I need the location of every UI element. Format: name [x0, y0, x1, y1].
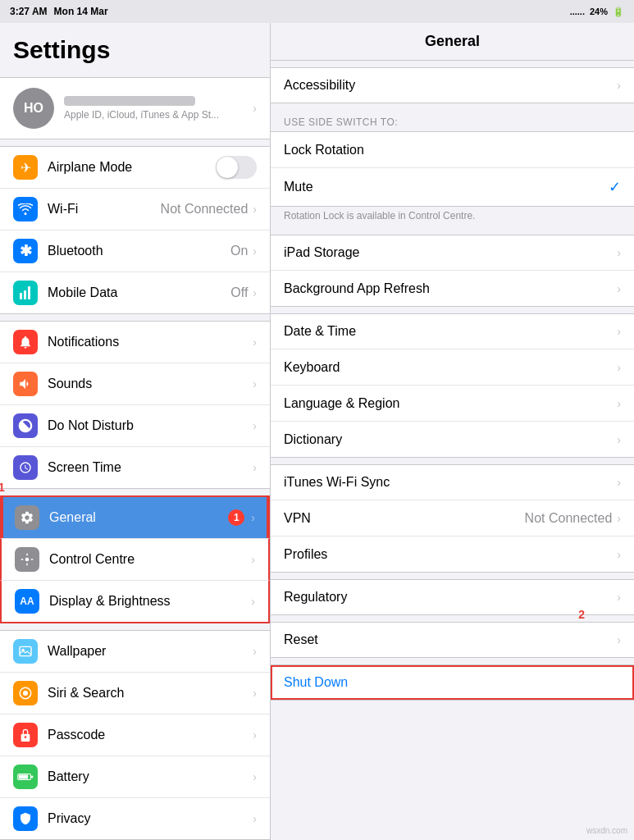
right-title: General: [425, 33, 480, 49]
datetime-chevron: ›: [617, 325, 621, 338]
vpn-chevron: ›: [617, 512, 621, 525]
languageregion-label: Language & Region: [284, 396, 617, 411]
sidebar-item-bluetooth[interactable]: ✱ Bluetooth On ›: [0, 231, 270, 272]
sidebar-item-donotdisturb[interactable]: Do Not Disturb ›: [0, 405, 270, 447]
right-item-ituneswifisync[interactable]: iTunes Wi-Fi Sync ›: [271, 464, 634, 500]
vpn-label: VPN: [284, 511, 525, 526]
sidebar-item-displaybrightness[interactable]: AA Display & Brightness ›: [0, 581, 270, 623]
donotdisturb-icon: [13, 413, 38, 438]
section-shutdown: Shut Down: [271, 664, 634, 701]
sidebar-item-wifi[interactable]: Wi-Fi Not Connected ›: [0, 189, 270, 231]
sidebar-item-notifications[interactable]: Notifications ›: [0, 321, 270, 363]
sidebar-item-controlcentre[interactable]: Control Centre ›: [0, 539, 270, 581]
sidebar-item-wallpaper[interactable]: Wallpaper ›: [0, 630, 270, 673]
right-item-languageregion[interactable]: Language & Region ›: [271, 386, 634, 422]
languageregion-chevron: ›: [617, 397, 621, 410]
svg-rect-0: [20, 293, 22, 299]
sideswitch-header: USE SIDE SWITCH TO:: [271, 110, 634, 131]
svg-rect-6: [21, 559, 24, 560]
section-sideswitch: USE SIDE SWITCH TO: Lock Rotation Mute ✓…: [271, 110, 634, 228]
profile-name-blur: [64, 96, 195, 106]
svg-rect-7: [31, 559, 34, 560]
sidebar-item-sounds[interactable]: Sounds ›: [0, 363, 270, 405]
right-item-ipadstorage[interactable]: iPad Storage ›: [271, 235, 634, 271]
general-badge: 1: [228, 509, 244, 526]
sidebar-item-mobiledata[interactable]: Mobile Data Off ›: [0, 272, 270, 314]
sidebar-item-battery[interactable]: Battery ›: [0, 756, 270, 798]
general-label: General: [49, 510, 228, 525]
lockrotation-label: Lock Rotation: [284, 143, 621, 158]
donotdisturb-chevron: ›: [253, 419, 257, 432]
controlcentre-label: Control Centre: [49, 552, 251, 567]
bluetooth-icon: ✱: [13, 239, 38, 263]
sounds-chevron: ›: [253, 377, 257, 390]
right-item-vpn[interactable]: VPN Not Connected ›: [271, 500, 634, 536]
svg-point-13: [25, 736, 27, 738]
dictionary-label: Dictionary: [284, 432, 617, 447]
group-notifications: Notifications › Sounds › Do Not Disturb …: [0, 321, 270, 489]
sidebar-item-passcode[interactable]: Passcode ›: [0, 714, 270, 756]
screentime-label: Screen Time: [48, 460, 253, 475]
general-icon: [15, 505, 39, 530]
avatar: HO: [13, 88, 54, 129]
notifications-label: Notifications: [48, 335, 253, 349]
step1-annotation: 1: [0, 481, 5, 494]
vpn-value: Not Connected: [525, 511, 613, 526]
right-item-datetime[interactable]: Date & Time ›: [271, 313, 634, 349]
sounds-icon: [13, 372, 38, 396]
right-item-reset[interactable]: Reset 2 ›: [271, 622, 634, 658]
side-switch-group: Lock Rotation Mute ✓: [271, 131, 634, 207]
rotation-lock-note: Rotation Lock is available in Control Ce…: [271, 207, 634, 228]
profile-subtitle: Apple ID, iCloud, iTunes & App St...: [64, 109, 243, 121]
sounds-label: Sounds: [48, 377, 253, 391]
right-item-accessibility[interactable]: Accessibility ›: [271, 67, 634, 103]
step2-annotation: 2: [578, 608, 585, 621]
profiles-chevron: ›: [617, 548, 621, 561]
bluetooth-value: On: [230, 244, 248, 258]
status-bar: 3:27 AM Mon 14 Mar ...... 24% 🔋: [0, 0, 634, 23]
svg-point-11: [23, 691, 28, 696]
wifi-chevron: ›: [253, 203, 257, 216]
right-header: General: [271, 23, 634, 61]
battery-icon: 🔋: [613, 7, 624, 17]
svg-point-3: [25, 558, 30, 562]
displaybrightness-icon: AA: [15, 589, 39, 614]
screentime-chevron: ›: [253, 461, 257, 474]
mobiledata-label: Mobile Data: [48, 285, 230, 300]
shutdown-label[interactable]: Shut Down: [284, 675, 621, 690]
sidebar-item-airplane[interactable]: ✈ Airplane Mode: [0, 146, 270, 189]
profile-row[interactable]: HO Apple ID, iCloud, iTunes & App St... …: [0, 77, 270, 139]
bluetooth-chevron: ›: [253, 244, 257, 258]
battery-chevron: ›: [253, 770, 257, 783]
sirisearch-icon: [13, 681, 38, 705]
sidebar-item-privacy[interactable]: Privacy ›: [0, 798, 270, 840]
battery-label: Battery: [48, 769, 253, 784]
regulatory-chevron: ›: [617, 591, 621, 604]
svg-rect-16: [19, 775, 28, 779]
notifications-icon: [13, 330, 38, 354]
right-item-dictionary[interactable]: Dictionary ›: [271, 422, 634, 458]
group-connectivity: ✈ Airplane Mode Wi-Fi Not Connected: [0, 146, 270, 314]
ituneswifisync-label: iTunes Wi-Fi Sync: [284, 475, 617, 490]
right-item-profiles[interactable]: Profiles ›: [271, 536, 634, 573]
sidebar-item-screentime[interactable]: Screen Time ›: [0, 447, 270, 489]
passcode-chevron: ›: [253, 728, 257, 742]
shutdown-row[interactable]: Shut Down: [271, 664, 634, 701]
battery: 24%: [590, 7, 608, 16]
settings-title: Settings: [0, 23, 270, 71]
sidebar-item-general[interactable]: General 1 ›: [0, 495, 270, 539]
wifi-label: Wi-Fi: [48, 202, 161, 217]
reset-label: Reset: [284, 632, 617, 647]
right-item-mute[interactable]: Mute ✓: [271, 168, 634, 206]
airplane-toggle[interactable]: [216, 156, 257, 179]
sidebar-item-sirisearch[interactable]: Siri & Search ›: [0, 673, 270, 714]
right-item-keyboard[interactable]: Keyboard ›: [271, 349, 634, 386]
wifi-icon: [13, 197, 38, 221]
right-item-backgroundapprefresh[interactable]: Background App Refresh ›: [271, 271, 634, 307]
accessibility-chevron: ›: [617, 79, 621, 92]
profile-info: Apple ID, iCloud, iTunes & App St...: [64, 96, 243, 121]
right-item-lockrotation[interactable]: Lock Rotation: [271, 132, 634, 168]
ipadstorage-label: iPad Storage: [284, 245, 617, 260]
dictionary-chevron: ›: [617, 433, 621, 446]
general-chevron: ›: [251, 511, 255, 524]
